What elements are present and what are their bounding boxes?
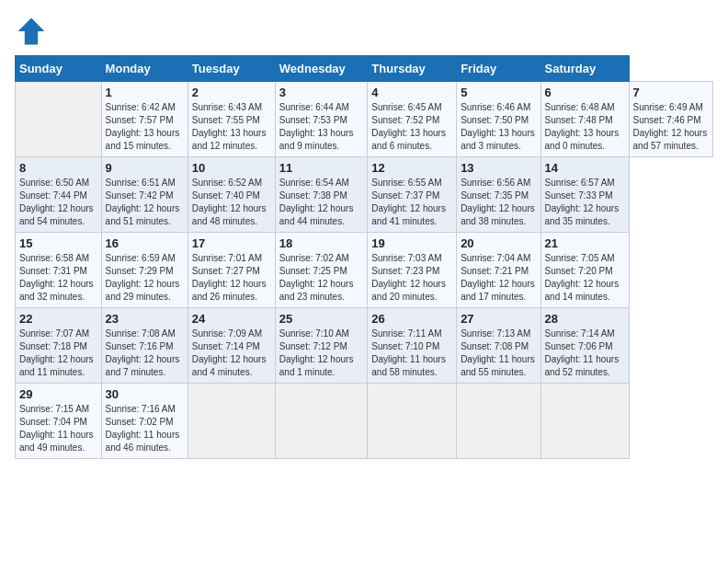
day-number: 28 [545, 312, 625, 326]
calendar-day-cell: 22 Sunrise: 7:07 AMSunset: 7:18 PMDaylig… [16, 308, 102, 384]
day-number: 24 [192, 312, 271, 326]
calendar-day-cell: 24 Sunrise: 7:09 AMSunset: 7:14 PMDaylig… [188, 308, 275, 384]
calendar-day-cell: 15 Sunrise: 6:58 AMSunset: 7:31 PMDaylig… [16, 233, 102, 308]
calendar-day-cell: 18 Sunrise: 7:02 AMSunset: 7:25 PMDaylig… [275, 233, 368, 308]
day-number: 6 [545, 86, 625, 99]
day-number: 9 [106, 161, 184, 175]
day-number: 15 [19, 236, 97, 250]
day-number: 21 [545, 236, 625, 250]
calendar-day-cell: 5 Sunrise: 6:46 AMSunset: 7:50 PMDayligh… [457, 82, 540, 157]
calendar-day-cell: 6 Sunrise: 6:48 AMSunset: 7:48 PMDayligh… [540, 82, 629, 157]
day-detail: Sunrise: 7:02 AMSunset: 7:25 PMDaylight:… [279, 253, 354, 302]
weekday-header-row: SundayMondayTuesdayWednesdayThursdayFrid… [16, 56, 713, 82]
calendar-day-cell [275, 384, 368, 459]
calendar-day-cell: 10 Sunrise: 6:52 AMSunset: 7:40 PMDaylig… [188, 157, 275, 233]
day-detail: Sunrise: 6:46 AMSunset: 7:50 PMDaylight:… [461, 102, 535, 151]
weekday-header-thursday: Thursday [368, 56, 457, 82]
day-detail: Sunrise: 6:50 AMSunset: 7:44 PMDaylight:… [19, 178, 94, 226]
day-number: 20 [461, 236, 536, 250]
weekday-header-friday: Friday [457, 56, 540, 82]
day-number: 3 [279, 86, 364, 99]
day-number: 12 [371, 161, 452, 175]
calendar-day-cell: 17 Sunrise: 7:01 AMSunset: 7:27 PMDaylig… [188, 233, 275, 308]
day-detail: Sunrise: 6:52 AMSunset: 7:40 PMDaylight:… [192, 178, 267, 226]
calendar-day-cell: 28 Sunrise: 7:14 AMSunset: 7:06 PMDaylig… [540, 308, 629, 384]
day-number: 7 [633, 86, 709, 99]
calendar-day-cell: 1 Sunrise: 6:42 AMSunset: 7:57 PMDayligh… [101, 82, 188, 157]
day-detail: Sunrise: 7:07 AMSunset: 7:18 PMDaylight:… [19, 328, 94, 377]
weekday-header-wednesday: Wednesday [275, 56, 368, 82]
day-number: 5 [461, 86, 536, 99]
day-detail: Sunrise: 6:43 AMSunset: 7:55 PMDaylight:… [192, 102, 267, 151]
day-detail: Sunrise: 6:44 AMSunset: 7:53 PMDaylight:… [279, 102, 354, 151]
day-detail: Sunrise: 6:45 AMSunset: 7:52 PMDaylight:… [371, 102, 446, 151]
day-number: 1 [106, 86, 184, 99]
day-detail: Sunrise: 6:58 AMSunset: 7:31 PMDaylight:… [19, 253, 94, 302]
calendar-day-cell: 9 Sunrise: 6:51 AMSunset: 7:42 PMDayligh… [101, 157, 188, 233]
day-number: 18 [279, 236, 364, 250]
day-number: 17 [192, 236, 271, 250]
calendar-day-cell [457, 384, 540, 459]
calendar-day-cell [16, 82, 102, 157]
calendar-day-cell: 19 Sunrise: 7:03 AMSunset: 7:23 PMDaylig… [368, 233, 457, 308]
day-number: 25 [279, 312, 364, 326]
day-detail: Sunrise: 6:42 AMSunset: 7:57 PMDaylight:… [106, 102, 180, 151]
calendar-day-cell: 23 Sunrise: 7:08 AMSunset: 7:16 PMDaylig… [101, 308, 188, 384]
calendar-week-row: 1 Sunrise: 6:42 AMSunset: 7:57 PMDayligh… [16, 82, 713, 157]
day-detail: Sunrise: 6:57 AMSunset: 7:33 PMDaylight:… [545, 178, 620, 226]
day-detail: Sunrise: 6:56 AMSunset: 7:35 PMDaylight:… [461, 178, 535, 226]
day-detail: Sunrise: 7:13 AMSunset: 7:08 PMDaylight:… [461, 328, 535, 377]
logo-icon [15, 15, 48, 48]
day-detail: Sunrise: 6:51 AMSunset: 7:42 PMDaylight:… [106, 178, 180, 226]
day-detail: Sunrise: 6:54 AMSunset: 7:38 PMDaylight:… [279, 178, 354, 226]
calendar-day-cell: 29 Sunrise: 7:15 AMSunset: 7:04 PMDaylig… [16, 384, 102, 459]
weekday-header-monday: Monday [101, 56, 188, 82]
calendar-day-cell: 16 Sunrise: 6:59 AMSunset: 7:29 PMDaylig… [101, 233, 188, 308]
calendar-day-cell [540, 384, 629, 459]
day-number: 13 [461, 161, 536, 175]
day-number: 19 [371, 236, 452, 250]
weekday-header-tuesday: Tuesday [188, 56, 275, 82]
day-detail: Sunrise: 7:08 AMSunset: 7:16 PMDaylight:… [106, 328, 180, 377]
calendar-day-cell: 7 Sunrise: 6:49 AMSunset: 7:46 PMDayligh… [629, 82, 712, 157]
day-detail: Sunrise: 7:10 AMSunset: 7:12 PMDaylight:… [279, 328, 354, 377]
calendar-day-cell: 3 Sunrise: 6:44 AMSunset: 7:53 PMDayligh… [275, 82, 368, 157]
day-detail: Sunrise: 6:49 AMSunset: 7:46 PMDaylight:… [633, 102, 708, 151]
day-detail: Sunrise: 6:55 AMSunset: 7:37 PMDaylight:… [371, 178, 446, 226]
day-number: 23 [106, 312, 184, 326]
calendar-week-row: 15 Sunrise: 6:58 AMSunset: 7:31 PMDaylig… [16, 233, 713, 308]
calendar-day-cell [368, 384, 457, 459]
calendar-week-row: 29 Sunrise: 7:15 AMSunset: 7:04 PMDaylig… [16, 384, 713, 459]
logo [15, 15, 51, 48]
calendar-day-cell: 30 Sunrise: 7:16 AMSunset: 7:02 PMDaylig… [101, 384, 188, 459]
page-header [15, 15, 713, 48]
day-detail: Sunrise: 6:59 AMSunset: 7:29 PMDaylight:… [106, 253, 180, 302]
calendar-day-cell: 13 Sunrise: 6:56 AMSunset: 7:35 PMDaylig… [457, 157, 540, 233]
day-detail: Sunrise: 7:01 AMSunset: 7:27 PMDaylight:… [192, 253, 267, 302]
day-detail: Sunrise: 7:16 AMSunset: 7:02 PMDaylight:… [106, 404, 180, 453]
calendar-day-cell: 20 Sunrise: 7:04 AMSunset: 7:21 PMDaylig… [457, 233, 540, 308]
day-number: 8 [19, 161, 97, 175]
calendar-day-cell: 4 Sunrise: 6:45 AMSunset: 7:52 PMDayligh… [368, 82, 457, 157]
day-number: 11 [279, 161, 364, 175]
calendar-table: SundayMondayTuesdayWednesdayThursdayFrid… [15, 55, 713, 459]
day-number: 4 [371, 86, 452, 99]
day-number: 10 [192, 161, 271, 175]
calendar-day-cell: 21 Sunrise: 7:05 AMSunset: 7:20 PMDaylig… [540, 233, 629, 308]
calendar-day-cell: 12 Sunrise: 6:55 AMSunset: 7:37 PMDaylig… [368, 157, 457, 233]
day-detail: Sunrise: 6:48 AMSunset: 7:48 PMDaylight:… [545, 102, 620, 151]
day-detail: Sunrise: 7:04 AMSunset: 7:21 PMDaylight:… [461, 253, 535, 302]
day-number: 26 [371, 312, 452, 326]
day-detail: Sunrise: 7:03 AMSunset: 7:23 PMDaylight:… [371, 253, 446, 302]
day-detail: Sunrise: 7:14 AMSunset: 7:06 PMDaylight:… [545, 328, 620, 377]
calendar-day-cell: 26 Sunrise: 7:11 AMSunset: 7:10 PMDaylig… [368, 308, 457, 384]
day-detail: Sunrise: 7:11 AMSunset: 7:10 PMDaylight:… [371, 328, 446, 377]
svg-marker-0 [18, 18, 45, 45]
calendar-day-cell: 2 Sunrise: 6:43 AMSunset: 7:55 PMDayligh… [188, 82, 275, 157]
calendar-day-cell [188, 384, 275, 459]
day-number: 30 [106, 387, 184, 401]
day-number: 22 [19, 312, 97, 326]
calendar-day-cell: 14 Sunrise: 6:57 AMSunset: 7:33 PMDaylig… [540, 157, 629, 233]
calendar-day-cell: 8 Sunrise: 6:50 AMSunset: 7:44 PMDayligh… [16, 157, 102, 233]
weekday-header-sunday: Sunday [16, 56, 102, 82]
